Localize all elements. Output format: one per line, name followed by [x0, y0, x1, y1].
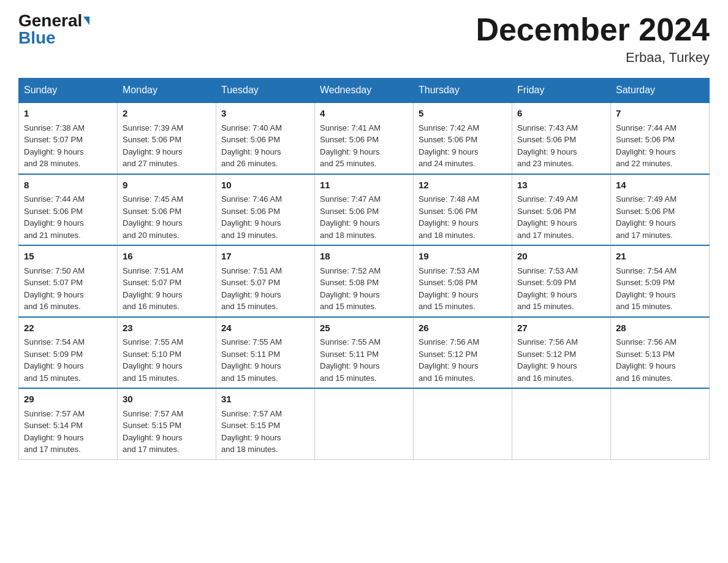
calendar-cell: 7 Sunrise: 7:44 AMSunset: 5:06 PMDayligh…: [611, 102, 710, 174]
weekday-header-friday: Friday: [512, 79, 611, 103]
calendar-cell: 20 Sunrise: 7:53 AMSunset: 5:09 PMDaylig…: [512, 245, 611, 317]
calendar-cell: 23 Sunrise: 7:55 AMSunset: 5:10 PMDaylig…: [118, 317, 216, 389]
calendar-cell: [414, 388, 512, 459]
calendar-cell: 22 Sunrise: 7:54 AMSunset: 5:09 PMDaylig…: [19, 317, 118, 389]
calendar-cell: 3 Sunrise: 7:40 AMSunset: 5:06 PMDayligh…: [216, 102, 315, 174]
calendar-cell: 12 Sunrise: 7:48 AMSunset: 5:06 PMDaylig…: [414, 174, 512, 246]
day-info: Sunrise: 7:39 AMSunset: 5:06 PMDaylight:…: [123, 123, 183, 169]
weekday-header-wednesday: Wednesday: [315, 79, 414, 103]
calendar-cell: 30 Sunrise: 7:57 AMSunset: 5:15 PMDaylig…: [118, 388, 216, 459]
calendar-cell: 26 Sunrise: 7:56 AMSunset: 5:12 PMDaylig…: [414, 317, 512, 389]
weekday-header-thursday: Thursday: [414, 79, 512, 103]
calendar-cell: 18 Sunrise: 7:52 AMSunset: 5:08 PMDaylig…: [315, 245, 414, 317]
calendar-table: SundayMondayTuesdayWednesdayThursdayFrid…: [18, 78, 710, 460]
day-info: Sunrise: 7:38 AMSunset: 5:07 PMDaylight:…: [24, 123, 85, 169]
calendar-cell: 29 Sunrise: 7:57 AMSunset: 5:14 PMDaylig…: [19, 388, 118, 459]
calendar-cell: 2 Sunrise: 7:39 AMSunset: 5:06 PMDayligh…: [118, 102, 216, 174]
day-number: 28: [616, 321, 704, 335]
calendar-cell: 9 Sunrise: 7:45 AMSunset: 5:06 PMDayligh…: [118, 174, 216, 246]
day-number: 11: [320, 178, 408, 193]
day-number: 2: [123, 107, 211, 121]
day-number: 21: [616, 250, 704, 264]
calendar-cell: 5 Sunrise: 7:42 AMSunset: 5:06 PMDayligh…: [414, 102, 512, 174]
day-number: 22: [24, 321, 112, 335]
day-info: Sunrise: 7:52 AMSunset: 5:08 PMDaylight:…: [320, 266, 381, 312]
day-info: Sunrise: 7:51 AMSunset: 5:07 PMDaylight:…: [221, 266, 282, 312]
calendar-cell: 11 Sunrise: 7:47 AMSunset: 5:06 PMDaylig…: [315, 174, 414, 246]
logo-general-text: General: [18, 12, 82, 29]
day-info: Sunrise: 7:49 AMSunset: 5:06 PMDaylight:…: [616, 194, 677, 240]
day-number: 24: [221, 321, 309, 335]
day-info: Sunrise: 7:46 AMSunset: 5:06 PMDaylight:…: [221, 194, 282, 240]
day-info: Sunrise: 7:56 AMSunset: 5:12 PMDaylight:…: [419, 337, 479, 383]
calendar-cell: 15 Sunrise: 7:50 AMSunset: 5:07 PMDaylig…: [19, 245, 118, 317]
day-info: Sunrise: 7:57 AMSunset: 5:15 PMDaylight:…: [123, 409, 183, 454]
calendar-cell: 21 Sunrise: 7:54 AMSunset: 5:09 PMDaylig…: [611, 245, 710, 317]
day-info: Sunrise: 7:40 AMSunset: 5:06 PMDaylight:…: [221, 123, 282, 169]
day-number: 27: [517, 321, 605, 335]
day-info: Sunrise: 7:45 AMSunset: 5:06 PMDaylight:…: [123, 194, 183, 240]
weekday-header-saturday: Saturday: [611, 79, 710, 103]
day-info: Sunrise: 7:55 AMSunset: 5:10 PMDaylight:…: [123, 337, 183, 383]
day-info: Sunrise: 7:49 AMSunset: 5:06 PMDaylight:…: [517, 194, 578, 240]
calendar-cell: 8 Sunrise: 7:44 AMSunset: 5:06 PMDayligh…: [19, 174, 118, 246]
calendar-cell: 6 Sunrise: 7:43 AMSunset: 5:06 PMDayligh…: [512, 102, 611, 174]
day-number: 29: [24, 393, 112, 407]
day-number: 10: [221, 178, 309, 193]
day-number: 14: [616, 178, 704, 193]
day-info: Sunrise: 7:41 AMSunset: 5:06 PMDaylight:…: [320, 123, 381, 169]
day-number: 30: [123, 393, 211, 407]
day-number: 7: [616, 107, 704, 121]
calendar-cell: 4 Sunrise: 7:41 AMSunset: 5:06 PMDayligh…: [315, 102, 414, 174]
day-info: Sunrise: 7:47 AMSunset: 5:06 PMDaylight:…: [320, 194, 381, 240]
day-info: Sunrise: 7:53 AMSunset: 5:09 PMDaylight:…: [517, 266, 578, 312]
page-header: General Blue December 2024 Erbaa, Turkey: [18, 12, 710, 66]
day-number: 9: [123, 178, 211, 193]
day-info: Sunrise: 7:54 AMSunset: 5:09 PMDaylight:…: [616, 266, 677, 312]
calendar-cell: [611, 388, 710, 459]
week-row-4: 22 Sunrise: 7:54 AMSunset: 5:09 PMDaylig…: [19, 317, 710, 389]
weekday-header-sunday: Sunday: [19, 79, 118, 103]
day-info: Sunrise: 7:54 AMSunset: 5:09 PMDaylight:…: [24, 337, 85, 383]
day-number: 12: [419, 178, 507, 193]
week-row-1: 1 Sunrise: 7:38 AMSunset: 5:07 PMDayligh…: [19, 102, 710, 174]
calendar-cell: 13 Sunrise: 7:49 AMSunset: 5:06 PMDaylig…: [512, 174, 611, 246]
weekday-header-row: SundayMondayTuesdayWednesdayThursdayFrid…: [19, 79, 710, 103]
day-number: 16: [123, 250, 211, 264]
calendar-cell: 28 Sunrise: 7:56 AMSunset: 5:13 PMDaylig…: [611, 317, 710, 389]
day-number: 18: [320, 250, 408, 264]
day-info: Sunrise: 7:51 AMSunset: 5:07 PMDaylight:…: [123, 266, 183, 312]
calendar-cell: 27 Sunrise: 7:56 AMSunset: 5:12 PMDaylig…: [512, 317, 611, 389]
day-number: 6: [517, 107, 605, 121]
weekday-header-tuesday: Tuesday: [216, 79, 315, 103]
day-info: Sunrise: 7:48 AMSunset: 5:06 PMDaylight:…: [419, 194, 479, 240]
calendar-cell: 14 Sunrise: 7:49 AMSunset: 5:06 PMDaylig…: [611, 174, 710, 246]
day-number: 3: [221, 107, 309, 121]
day-info: Sunrise: 7:44 AMSunset: 5:06 PMDaylight:…: [616, 123, 677, 169]
day-number: 4: [320, 107, 408, 121]
day-info: Sunrise: 7:55 AMSunset: 5:11 PMDaylight:…: [320, 337, 381, 383]
week-row-3: 15 Sunrise: 7:50 AMSunset: 5:07 PMDaylig…: [19, 245, 710, 317]
calendar-cell: [315, 388, 414, 459]
calendar-cell: 17 Sunrise: 7:51 AMSunset: 5:07 PMDaylig…: [216, 245, 315, 317]
calendar-cell: 10 Sunrise: 7:46 AMSunset: 5:06 PMDaylig…: [216, 174, 315, 246]
day-info: Sunrise: 7:42 AMSunset: 5:06 PMDaylight:…: [419, 123, 479, 169]
logo-blue-text: Blue: [18, 29, 56, 47]
day-info: Sunrise: 7:56 AMSunset: 5:13 PMDaylight:…: [616, 337, 677, 383]
day-number: 13: [517, 178, 605, 193]
day-number: 31: [221, 393, 309, 407]
day-info: Sunrise: 7:55 AMSunset: 5:11 PMDaylight:…: [221, 337, 282, 383]
calendar-cell: [512, 388, 611, 459]
week-row-2: 8 Sunrise: 7:44 AMSunset: 5:06 PMDayligh…: [19, 174, 710, 246]
day-info: Sunrise: 7:50 AMSunset: 5:07 PMDaylight:…: [24, 266, 85, 312]
day-number: 25: [320, 321, 408, 335]
logo: General Blue: [18, 12, 89, 47]
calendar-cell: 19 Sunrise: 7:53 AMSunset: 5:08 PMDaylig…: [414, 245, 512, 317]
day-number: 19: [419, 250, 507, 264]
calendar-cell: 1 Sunrise: 7:38 AMSunset: 5:07 PMDayligh…: [19, 102, 118, 174]
location-title: Erbaa, Turkey: [476, 50, 710, 66]
day-info: Sunrise: 7:56 AMSunset: 5:12 PMDaylight:…: [517, 337, 578, 383]
day-number: 1: [24, 107, 112, 121]
day-number: 23: [123, 321, 211, 335]
day-number: 26: [419, 321, 507, 335]
